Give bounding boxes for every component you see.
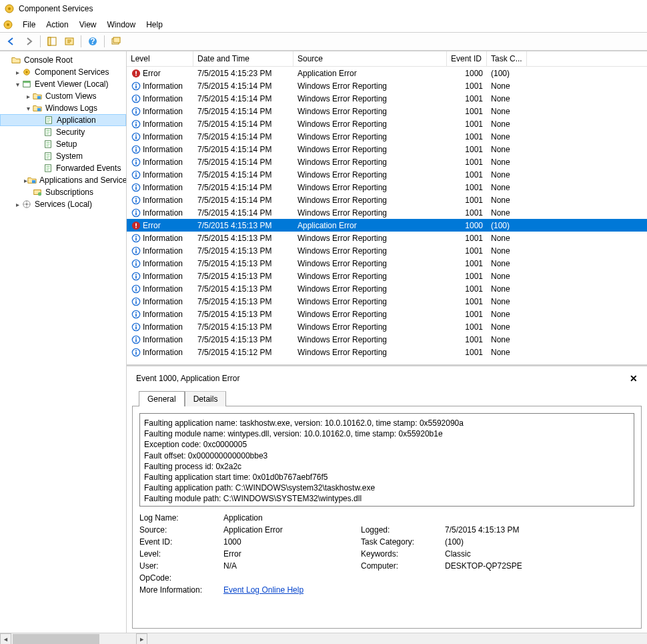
col-taskcategory[interactable]: Task C...: [487, 51, 527, 66]
event-row[interactable]: Information7/5/2015 4:15:14 PMWindows Er…: [127, 117, 647, 130]
event-row[interactable]: Information7/5/2015 4:15:13 PMWindows Er…: [127, 333, 647, 346]
scroll-left-button[interactable]: ◄: [0, 633, 11, 644]
svg-rect-37: [135, 111, 137, 113]
new-window-button[interactable]: [109, 34, 123, 49]
event-grid[interactable]: Level Date and Time Source Event ID Task…: [127, 51, 647, 364]
message-line: Fault offset: 0x000000000000bbe3: [144, 450, 630, 461]
event-row[interactable]: Information7/5/2015 4:15:14 PMWindows Er…: [127, 92, 647, 105]
svg-point-1: [8, 7, 11, 10]
cell-source: Windows Error Reporting: [293, 348, 447, 357]
event-row[interactable]: Information7/5/2015 4:15:13 PMWindows Er…: [127, 320, 647, 333]
cell-level: Information: [127, 182, 193, 193]
col-source[interactable]: Source: [293, 51, 447, 66]
tree-item-component-services[interactable]: ▸Component Services: [0, 66, 126, 78]
scroll-track[interactable]: [11, 633, 136, 644]
svg-rect-31: [135, 85, 137, 88]
tree-item-security[interactable]: Security: [0, 126, 126, 138]
event-row[interactable]: Information7/5/2015 4:15:13 PMWindows Er…: [127, 270, 647, 282]
svg-point-12: [25, 71, 28, 73]
event-row[interactable]: Information7/5/2015 4:15:13 PMWindows Er…: [127, 282, 647, 295]
event-row[interactable]: Information7/5/2015 4:15:14 PMWindows Er…: [127, 194, 647, 206]
cell-taskcat: None: [487, 348, 527, 357]
grid-header[interactable]: Level Date and Time Source Event ID Task…: [127, 51, 647, 67]
event-row[interactable]: Information7/5/2015 4:15:13 PMWindows Er…: [127, 257, 647, 270]
tree-item-services-local-[interactable]: ▸Services (Local): [0, 198, 126, 210]
cell-eventid: 1001: [447, 284, 487, 294]
cell-level: Information: [127, 296, 193, 307]
event-row[interactable]: Information7/5/2015 4:15:14 PMWindows Er…: [127, 79, 647, 92]
event-message-box[interactable]: Faulting application name: taskhostw.exe…: [139, 413, 634, 507]
expand-icon[interactable]: ▸: [24, 93, 32, 100]
event-row[interactable]: Information7/5/2015 4:15:13 PMWindows Er…: [127, 244, 647, 257]
tree-item-windows-logs[interactable]: ▾Windows Logs: [0, 102, 126, 114]
horizontal-scrollbar[interactable]: ◄ ►: [0, 633, 647, 644]
col-datetime[interactable]: Date and Time: [193, 51, 293, 66]
tree-item-applications-and-services-logs[interactable]: ▸Applications and Services Logs: [0, 174, 126, 186]
cell-datetime: 7/5/2015 4:15:13 PM: [193, 221, 293, 230]
tree-item-custom-views[interactable]: ▸Custom Views: [0, 90, 126, 102]
cell-datetime: 7/5/2015 4:15:13 PM: [193, 259, 293, 268]
tree-item-setup[interactable]: Setup: [0, 138, 126, 150]
menu-view[interactable]: View: [74, 19, 102, 31]
col-eventid[interactable]: Event ID: [447, 51, 487, 66]
tab-details[interactable]: Details: [185, 391, 227, 406]
tree-pane[interactable]: Console Root▸Component Services▾Event Vi…: [0, 51, 127, 633]
cell-source: Windows Error Reporting: [293, 246, 447, 256]
menu-window[interactable]: Window: [102, 19, 141, 31]
event-row[interactable]: Information7/5/2015 4:15:13 PMWindows Er…: [127, 232, 647, 244]
help-button[interactable]: ?: [85, 34, 100, 49]
event-row[interactable]: Information7/5/2015 4:15:14 PMWindows Er…: [127, 155, 647, 168]
expand-icon[interactable]: ▾: [24, 105, 32, 112]
cell-datetime: 7/5/2015 4:15:14 PM: [193, 81, 293, 91]
tree-item-system[interactable]: System: [0, 150, 126, 162]
event-row[interactable]: Information7/5/2015 4:15:12 PMWindows Er…: [127, 346, 647, 358]
tree-item-event-viewer-local-[interactable]: ▾Event Viewer (Local): [0, 78, 126, 90]
info-icon: [131, 195, 141, 206]
event-row[interactable]: Information7/5/2015 4:15:13 PMWindows Er…: [127, 308, 647, 320]
lbl-level: Level:: [139, 549, 219, 559]
cell-level: Information: [127, 208, 193, 218]
event-row[interactable]: Information7/5/2015 4:15:14 PMWindows Er…: [127, 168, 647, 181]
tree-item-forwarded-events[interactable]: Forwarded Events: [0, 162, 126, 174]
expand-icon[interactable]: ▾: [13, 81, 21, 88]
forward-button[interactable]: [21, 34, 36, 49]
event-row[interactable]: Information7/5/2015 4:15:14 PMWindows Er…: [127, 206, 647, 219]
event-row[interactable]: Information7/5/2015 4:15:14 PMWindows Er…: [127, 105, 647, 117]
event-row[interactable]: Information7/5/2015 4:15:14 PMWindows Er…: [127, 181, 647, 194]
tree-item-console-root[interactable]: Console Root: [0, 54, 126, 66]
tree-label: Applications and Services Logs: [39, 176, 127, 185]
link-eventlog-help[interactable]: Event Log Online Help: [223, 585, 303, 595]
tree-item-subscriptions[interactable]: Subscriptions: [0, 186, 126, 198]
tree-item-application[interactable]: Application: [0, 114, 126, 126]
menu-app-icon: [3, 19, 13, 30]
show-hide-tree-button[interactable]: [45, 34, 59, 49]
event-row[interactable]: Information7/5/2015 4:15:14 PMWindows Er…: [127, 143, 647, 155]
expand-icon[interactable]: ▸: [13, 201, 21, 208]
scroll-thumb[interactable]: [13, 634, 99, 644]
menu-action[interactable]: Action: [41, 19, 73, 31]
col-level[interactable]: Level: [127, 51, 193, 66]
menu-help[interactable]: Help: [141, 19, 168, 31]
export-button[interactable]: [62, 34, 77, 49]
cell-source: Windows Error Reporting: [293, 272, 447, 281]
close-icon[interactable]: ✕: [630, 373, 638, 384]
message-line: Faulting module path: C:\WINDOWS\SYSTEM3…: [144, 493, 630, 504]
event-row[interactable]: Error7/5/2015 4:15:23 PMApplication Erro…: [127, 67, 647, 79]
tab-general[interactable]: General: [139, 391, 185, 406]
menu-file[interactable]: File: [17, 19, 41, 31]
scroll-right-button[interactable]: ►: [136, 633, 147, 644]
back-button[interactable]: [4, 34, 19, 49]
cell-level: Information: [127, 131, 193, 142]
cell-level: Error: [127, 68, 193, 79]
event-row[interactable]: Error7/5/2015 4:15:13 PMApplication Erro…: [127, 219, 647, 232]
cell-source: Windows Error Reporting: [293, 234, 447, 243]
message-line: Faulting process id: 0x2a2c: [144, 461, 630, 472]
info-icon: [131, 157, 141, 168]
cell-taskcat: None: [487, 170, 527, 180]
cell-datetime: 7/5/2015 4:15:23 PM: [193, 69, 293, 78]
svg-rect-46: [135, 149, 137, 151]
cell-eventid: 1001: [447, 348, 487, 357]
expand-icon[interactable]: ▸: [13, 69, 21, 76]
event-row[interactable]: Information7/5/2015 4:15:13 PMWindows Er…: [127, 295, 647, 308]
event-row[interactable]: Information7/5/2015 4:15:14 PMWindows Er…: [127, 130, 647, 143]
